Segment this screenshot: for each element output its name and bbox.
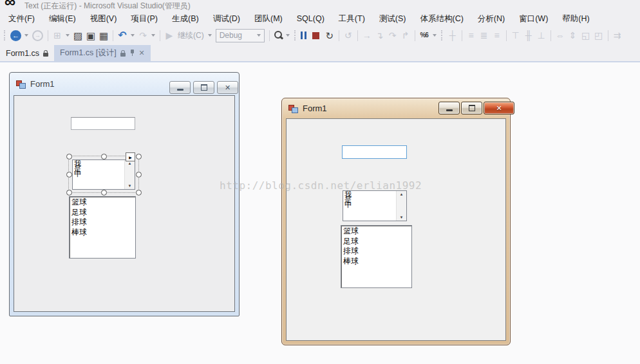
window-titlebar[interactable]: ∞ Text (正在运行) - Microsoft Visual Studio(… — [0, 0, 640, 12]
resize-handle-bottom[interactable] — [101, 190, 107, 196]
find-icon[interactable] — [272, 29, 284, 42]
menu-item[interactable]: 分析(N) — [471, 12, 512, 26]
forward-icon[interactable]: → — [32, 30, 43, 41]
menu-item[interactable]: 视图(V) — [83, 12, 124, 26]
scroll-down-icon[interactable]: ▼ — [128, 183, 132, 189]
resize-handle-top[interactable] — [101, 154, 107, 159]
running-listbox-sports[interactable]: 篮球足球排球棒球 — [341, 225, 412, 288]
listbox-item[interactable]: 我 — [74, 161, 124, 166]
listbox-item[interactable]: 我 — [344, 192, 396, 197]
listbox-item[interactable]: 篮球 — [71, 197, 135, 208]
running-form-window[interactable]: Form1 ✕ 我是中 ▲ ▼ 篮球足球排球棒球 — [281, 98, 511, 345]
undo-icon[interactable]: ↶ — [116, 28, 129, 42]
hex-display-icon[interactable]: %6 — [418, 28, 431, 42]
listbox-item[interactable]: 棒球 — [343, 257, 411, 267]
step-out-icon[interactable]: ↱ — [399, 28, 412, 42]
tab-order-icon[interactable]: ⇉ — [611, 28, 624, 42]
running-textbox[interactable] — [342, 145, 407, 159]
listbox-item[interactable]: 足球 — [343, 237, 411, 247]
designer-form-window[interactable]: Form1 ✕ 我是中 ▲ ▼ — [9, 72, 240, 316]
menu-item[interactable]: 编辑(E) — [42, 12, 83, 26]
menu-item[interactable]: 窗口(W) — [512, 12, 555, 26]
find-dropdown-caret[interactable] — [286, 34, 290, 37]
resize-handle-right[interactable] — [136, 172, 142, 177]
menu-item[interactable]: 生成(B) — [165, 12, 206, 26]
scroll-up-icon[interactable]: ▲ — [400, 191, 404, 197]
snap-to-grid-icon[interactable]: ┼ — [446, 28, 459, 42]
redo-dropdown-caret[interactable] — [151, 34, 155, 37]
pin-icon[interactable] — [129, 50, 135, 57]
listbox-item[interactable]: 棒球 — [71, 228, 135, 238]
minimize-button[interactable] — [169, 81, 191, 94]
goto-icon[interactable]: → — [361, 28, 373, 42]
selected-control-bounds[interactable]: 我是中 ▲ ▼ ▶ — [68, 156, 139, 193]
listbox-item[interactable]: 是 — [344, 197, 396, 202]
listbox-item[interactable]: 篮球 — [343, 226, 411, 237]
menu-item[interactable]: 体系结构(C) — [413, 12, 470, 26]
listbox-item[interactable]: 中 — [344, 202, 396, 207]
align-centers-icon[interactable]: ≣ — [478, 28, 491, 42]
save-all-icon[interactable]: ▦ — [97, 28, 110, 42]
new-item-icon[interactable]: ⊞ — [51, 28, 64, 42]
align-rights-icon[interactable]: ≡ — [491, 28, 504, 42]
listbox-item[interactable]: 是 — [74, 166, 124, 171]
menu-item[interactable]: 帮助(H) — [555, 12, 596, 26]
resize-handle-top-right[interactable] — [136, 154, 142, 159]
size-to-grid-icon[interactable]: ◰ — [592, 28, 605, 42]
menu-item[interactable]: 调试(D) — [206, 12, 247, 26]
maximize-button[interactable] — [193, 81, 214, 94]
step-over-icon[interactable]: ↷ — [386, 28, 399, 42]
tab-form1-cs[interactable]: Form1.cs — [0, 45, 54, 61]
running-listbox-vertical[interactable]: 我是中 ▲ ▼ — [343, 190, 407, 221]
minimize-button[interactable] — [438, 102, 460, 114]
align-lefts-icon[interactable]: ≡ — [465, 28, 478, 42]
listbox-item[interactable]: 足球 — [71, 208, 135, 218]
back-dropdown-caret[interactable] — [24, 34, 28, 37]
scroll-down-icon[interactable]: ▼ — [400, 214, 404, 221]
debug-config-combo[interactable]: Debug — [216, 29, 265, 42]
menu-item[interactable]: 工具(T) — [332, 12, 372, 26]
listbox-item[interactable]: 中 — [74, 171, 124, 176]
align-middles-icon[interactable]: ╫ — [522, 28, 535, 42]
continue-dropdown-caret[interactable] — [208, 34, 212, 37]
save-icon[interactable]: ▣ — [84, 28, 97, 42]
pause-icon[interactable] — [299, 29, 308, 42]
designer-textbox[interactable] — [71, 117, 135, 130]
continue-label[interactable]: 继续(C) — [176, 30, 206, 41]
show-next-statement-icon[interactable]: ↺ — [342, 28, 355, 42]
resize-handle-top-left[interactable] — [66, 154, 72, 159]
menu-item[interactable]: 项目(P) — [124, 12, 165, 26]
new-item-dropdown-caret[interactable] — [66, 34, 70, 37]
resize-handle-bottom-right[interactable] — [136, 190, 142, 196]
vertical-scrollbar[interactable]: ▲ ▼ — [396, 191, 406, 221]
resize-handle-left[interactable] — [66, 172, 72, 177]
menu-item[interactable]: 团队(M) — [247, 12, 290, 26]
redo-icon[interactable]: ↷ — [136, 28, 149, 42]
undo-dropdown-caret[interactable] — [131, 34, 135, 37]
back-icon[interactable]: ← — [10, 30, 21, 41]
smart-tag-button[interactable]: ▶ — [126, 152, 135, 161]
hex-dropdown-caret[interactable] — [433, 34, 437, 37]
designer-listbox-vertical[interactable]: 我是中 ▲ ▼ — [72, 159, 135, 190]
same-height-icon[interactable]: ⇕ — [567, 28, 579, 42]
listbox-item[interactable]: 排球 — [343, 246, 411, 257]
listbox-item[interactable]: 排球 — [71, 217, 135, 228]
stop-icon[interactable] — [312, 32, 319, 39]
close-button[interactable]: ✕ — [217, 81, 238, 94]
close-icon[interactable]: ✕ — [139, 49, 145, 57]
same-size-icon[interactable]: ◱ — [579, 28, 592, 42]
resize-handle-bottom-left[interactable] — [66, 190, 72, 196]
menu-item[interactable]: 测试(S) — [372, 12, 413, 26]
open-file-icon[interactable]: ▨ — [71, 28, 84, 42]
close-button[interactable]: ✕ — [484, 102, 514, 114]
designer-listbox-sports[interactable]: 篮球足球排球棒球 — [69, 196, 136, 259]
continue-icon[interactable]: ▶ — [163, 28, 176, 42]
restart-icon[interactable]: ↻ — [323, 28, 336, 42]
same-width-icon[interactable]: ⇔ — [554, 28, 567, 42]
menu-item[interactable]: SQL(Q) — [290, 12, 332, 25]
tab-form1-design[interactable]: Form1.cs [设计] ✕ — [54, 45, 151, 61]
vertical-scrollbar[interactable]: ▲ ▼ — [124, 160, 135, 189]
maximize-button[interactable] — [461, 102, 482, 114]
menu-item[interactable]: 文件(F) — [1, 12, 42, 26]
align-tops-icon[interactable]: ⊤ — [509, 28, 522, 42]
